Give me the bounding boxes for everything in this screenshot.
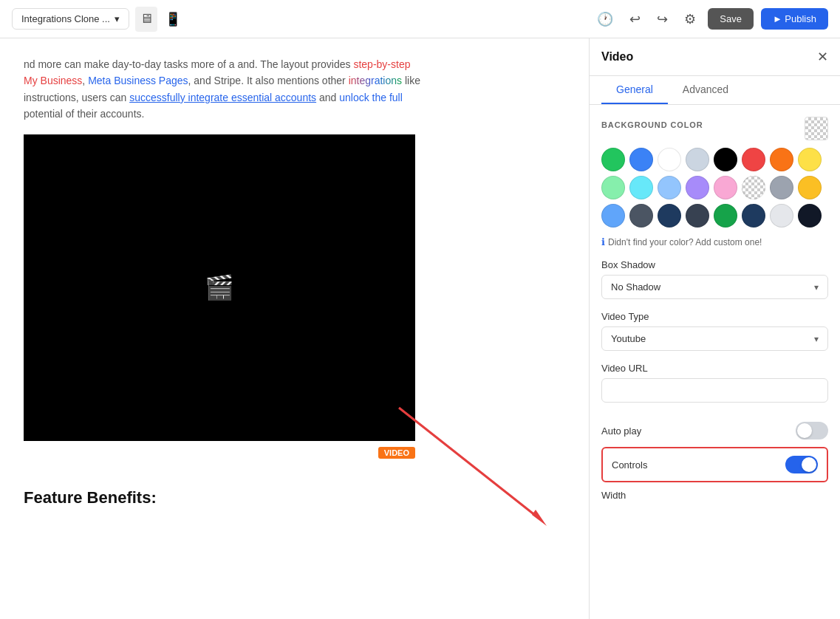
video-type-value: Youtube bbox=[611, 333, 646, 344]
video-type-select[interactable]: Youtube ▾ bbox=[601, 326, 828, 351]
color-swatch-gray-600[interactable] bbox=[629, 204, 653, 228]
color-swatch-cyan[interactable] bbox=[629, 176, 653, 199]
color-swatch-light-gray[interactable] bbox=[686, 148, 709, 171]
topbar-right: 🕐 ↩ ↪ ⚙ Save ► Publish bbox=[593, 7, 828, 32]
toggle-knob bbox=[797, 423, 812, 438]
video-type-section: Video Type Youtube ▾ bbox=[601, 311, 828, 351]
video-container: 🎬 VIDEO bbox=[24, 134, 415, 441]
color-swatch-transparent[interactable] bbox=[742, 176, 765, 199]
chevron-down-icon: ▾ bbox=[814, 334, 819, 344]
autoplay-label: Auto play bbox=[601, 425, 641, 437]
undo-icon[interactable]: ↩ bbox=[625, 7, 645, 32]
color-swatch-light-blue[interactable] bbox=[658, 176, 681, 199]
canvas-text: nd more can make day-to-day tasks more o… bbox=[24, 56, 565, 123]
toggle-knob bbox=[802, 457, 816, 472]
desktop-icon[interactable]: 🖥 bbox=[135, 7, 157, 32]
color-swatch-mid-gray[interactable] bbox=[770, 176, 793, 199]
feature-section: Feature Benefits: bbox=[24, 476, 565, 519]
mobile-icon[interactable]: 📱 bbox=[160, 7, 185, 32]
color-swatch-black[interactable] bbox=[714, 148, 737, 171]
history-icon[interactable]: 🕐 bbox=[593, 7, 618, 32]
width-section: Width bbox=[601, 490, 828, 501]
color-grid bbox=[601, 148, 828, 228]
color-swatch-white[interactable] bbox=[658, 148, 681, 171]
color-swatch-navy[interactable] bbox=[658, 204, 681, 228]
color-swatch-yellow[interactable] bbox=[798, 148, 822, 171]
panel-tabs: General Advanced bbox=[590, 76, 840, 105]
color-swatch-purple[interactable] bbox=[686, 176, 709, 199]
save-button[interactable]: Save bbox=[708, 8, 754, 30]
controls-row: Controls bbox=[601, 447, 828, 482]
topbar-left: Integrations Clone ... ▾ 🖥 📱 bbox=[12, 7, 185, 32]
video-label-badge: VIDEO bbox=[378, 447, 415, 459]
settings-icon[interactable]: ⚙ bbox=[680, 7, 700, 32]
device-switcher: 🖥 📱 bbox=[135, 7, 185, 32]
canvas-content: nd more can make day-to-day tasks more o… bbox=[0, 38, 589, 619]
topbar: Integrations Clone ... ▾ 🖥 📱 🕐 ↩ ↪ ⚙ Sav… bbox=[0, 0, 840, 38]
width-label: Width bbox=[601, 490, 828, 501]
color-swatch-blue-400[interactable] bbox=[601, 204, 625, 228]
color-swatch-blue[interactable] bbox=[629, 148, 653, 171]
video-url-label: Video URL bbox=[601, 363, 828, 374]
publish-button[interactable]: ► Publish bbox=[761, 8, 828, 30]
right-panel: Video ✕ General Advanced BACKGROUND COLO… bbox=[589, 38, 840, 619]
color-picker-button[interactable] bbox=[805, 117, 828, 140]
redo-icon[interactable]: ↪ bbox=[652, 7, 672, 32]
tab-advanced[interactable]: Advanced bbox=[668, 76, 743, 104]
main-layout: nd more can make day-to-day tasks more o… bbox=[0, 38, 840, 619]
color-swatch-gray-700[interactable] bbox=[686, 204, 709, 228]
color-swatch-green-600[interactable] bbox=[714, 204, 737, 228]
box-shadow-label: Box Shadow bbox=[601, 259, 828, 270]
video-type-label: Video Type bbox=[601, 311, 828, 322]
controls-toggle[interactable] bbox=[785, 456, 818, 473]
box-shadow-value: No Shadow bbox=[611, 281, 660, 293]
close-panel-button[interactable]: ✕ bbox=[817, 49, 828, 65]
project-name-label: Integrations Clone ... bbox=[21, 13, 110, 24]
background-color-label: BACKGROUND COLOR bbox=[601, 120, 703, 129]
info-icon: ℹ bbox=[601, 236, 605, 247]
color-swatch-light-green[interactable] bbox=[601, 176, 625, 199]
tab-general[interactable]: General bbox=[601, 76, 668, 104]
color-swatch-red[interactable] bbox=[742, 148, 765, 171]
autoplay-toggle[interactable] bbox=[796, 422, 828, 440]
color-swatch-amber[interactable] bbox=[798, 176, 822, 199]
chevron-down-icon: ▾ bbox=[814, 282, 819, 293]
video-block[interactable]: 🎬 bbox=[24, 134, 415, 441]
color-swatch-green[interactable] bbox=[601, 148, 625, 171]
autoplay-row: Auto play bbox=[601, 414, 828, 447]
color-swatch-gray-200[interactable] bbox=[770, 204, 793, 228]
color-swatch-dark-navy[interactable] bbox=[742, 204, 765, 228]
panel-body: BACKGROUND COLOR bbox=[590, 105, 840, 619]
color-swatch-near-black[interactable] bbox=[798, 204, 822, 228]
box-shadow-select[interactable]: No Shadow ▾ bbox=[601, 275, 828, 299]
panel-title: Video bbox=[601, 50, 633, 64]
controls-label: Controls bbox=[612, 459, 647, 471]
video-camera-icon: 🎬 bbox=[205, 273, 234, 301]
color-swatch-orange[interactable] bbox=[770, 148, 793, 171]
project-name-button[interactable]: Integrations Clone ... ▾ bbox=[12, 8, 129, 30]
feature-title: Feature Benefits: bbox=[24, 488, 565, 507]
chevron-down-icon: ▾ bbox=[115, 13, 120, 24]
box-shadow-section: Box Shadow No Shadow ▾ bbox=[601, 259, 828, 299]
canvas-area: nd more can make day-to-day tasks more o… bbox=[0, 38, 589, 619]
color-swatch-pink[interactable] bbox=[714, 176, 737, 199]
video-url-section: Video URL bbox=[601, 363, 828, 403]
background-color-section: BACKGROUND COLOR bbox=[601, 117, 828, 247]
custom-color-hint: ℹ Didn't find your color? Add custom one… bbox=[601, 236, 828, 247]
panel-header: Video ✕ bbox=[590, 38, 840, 76]
video-url-input[interactable] bbox=[601, 378, 828, 403]
